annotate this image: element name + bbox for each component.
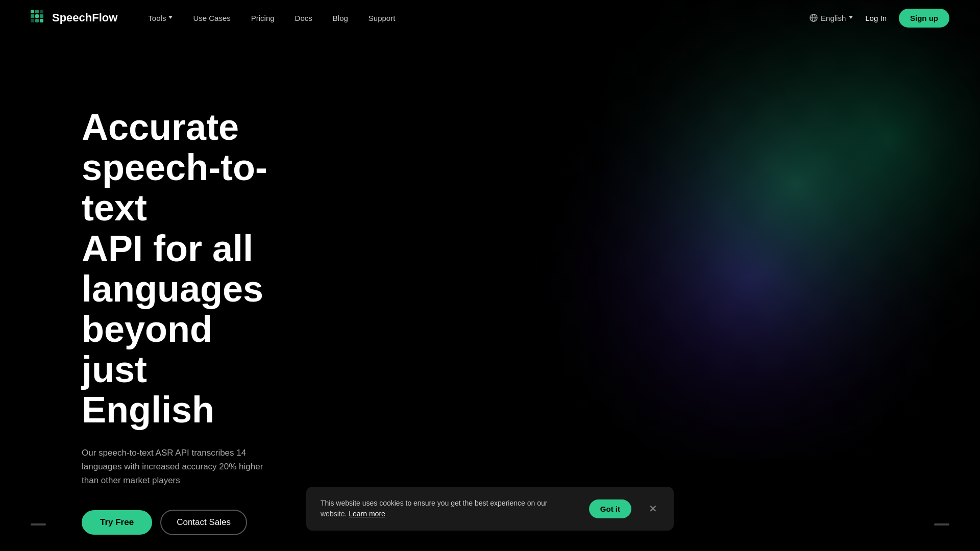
- svg-rect-2: [521, 0, 980, 459]
- login-button[interactable]: Log In: [865, 14, 887, 22]
- learn-more-link[interactable]: Learn more: [349, 510, 385, 518]
- svg-rect-1: [521, 0, 980, 459]
- nav-links: Tools Use Cases Pricing Docs Blog Suppor…: [148, 14, 810, 22]
- background-glow: [521, 0, 980, 459]
- svg-rect-10: [35, 19, 39, 22]
- svg-rect-0: [521, 0, 980, 459]
- lang-chevron-icon: [849, 16, 853, 19]
- tools-chevron-icon: [168, 16, 173, 19]
- language-selector[interactable]: English: [810, 14, 853, 22]
- svg-rect-9: [31, 19, 34, 22]
- globe-icon: [810, 14, 818, 22]
- svg-rect-11: [40, 19, 43, 22]
- brand-name: SpeechFlow: [52, 11, 117, 24]
- nav-right: English Log In Sign up: [810, 9, 949, 28]
- svg-rect-8: [40, 14, 43, 18]
- hero-section: Accurate speech-to-text API for all lang…: [0, 36, 357, 535]
- cookie-banner: This website uses cookies to ensure you …: [306, 487, 674, 531]
- logo-icon: [31, 10, 47, 26]
- contact-sales-button[interactable]: Contact Sales: [160, 510, 247, 535]
- svg-rect-5: [40, 10, 43, 13]
- svg-rect-7: [35, 14, 39, 18]
- svg-rect-6: [31, 14, 34, 18]
- scroll-indicator-right: [934, 523, 949, 525]
- cookie-text: This website uses cookies to ensure you …: [321, 498, 574, 519]
- nav-pricing[interactable]: Pricing: [251, 14, 275, 22]
- nav-docs[interactable]: Docs: [295, 14, 312, 22]
- svg-rect-3: [31, 10, 34, 13]
- try-free-button[interactable]: Try Free: [82, 510, 152, 535]
- signup-button[interactable]: Sign up: [899, 9, 949, 28]
- hero-buttons: Try Free Contact Sales: [82, 510, 276, 535]
- nav-tools[interactable]: Tools: [148, 14, 173, 22]
- hero-subtitle: Our speech-to-text ASR API transcribes 1…: [82, 446, 276, 488]
- hero-title: Accurate speech-to-text API for all lang…: [82, 107, 276, 431]
- close-cookie-banner-button[interactable]: ✕: [647, 502, 659, 516]
- nav-support[interactable]: Support: [369, 14, 396, 22]
- logo[interactable]: SpeechFlow: [31, 10, 117, 26]
- got-it-button[interactable]: Got it: [589, 499, 631, 518]
- nav-blog[interactable]: Blog: [333, 14, 348, 22]
- svg-rect-4: [35, 10, 39, 13]
- navbar: SpeechFlow Tools Use Cases Pricing Docs …: [0, 0, 980, 36]
- nav-use-cases[interactable]: Use Cases: [193, 14, 230, 22]
